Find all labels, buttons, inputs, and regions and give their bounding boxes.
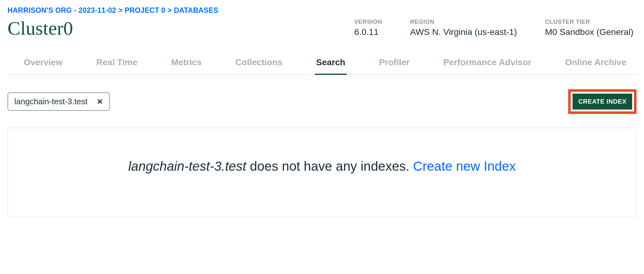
empty-collection-name: langchain-test-3.test (128, 159, 246, 174)
meta-tier-value: M0 Sandbox (General) (545, 27, 633, 37)
tab-bar: Overview Real Time Metrics Collections S… (7, 57, 637, 75)
empty-message-text: does not have any indexes. (246, 159, 413, 174)
create-index-button[interactable]: CREATE INDEX (573, 94, 632, 110)
breadcrumb-project[interactable]: PROJECT 0 (125, 6, 166, 14)
tab-profiler[interactable]: Profiler (378, 57, 411, 75)
breadcrumb-org[interactable]: HARRISON'S ORG - 2023-11-02 (7, 6, 116, 14)
create-index-highlight: CREATE INDEX (568, 89, 637, 114)
tab-performance-advisor[interactable]: Performance Advisor (442, 57, 533, 75)
tab-collections[interactable]: Collections (234, 57, 284, 75)
action-row: langchain-test-3.test ✕ CREATE INDEX (7, 89, 637, 114)
tab-online-archive[interactable]: Online Archive (564, 57, 628, 75)
collection-filter-chip[interactable]: langchain-test-3.test ✕ (7, 92, 110, 111)
breadcrumb: HARRISON'S ORG - 2023-11-02 > PROJECT 0 … (7, 6, 637, 15)
collection-filter-label: langchain-test-3.test (14, 97, 87, 106)
meta-region: REGION AWS N. Virginia (us-east-1) (410, 18, 517, 37)
meta-tier-label: CLUSTER TIER (545, 18, 633, 25)
cluster-meta: VERSION 6.0.11 REGION AWS N. Virginia (u… (354, 17, 637, 37)
breadcrumb-section[interactable]: DATABASES (174, 6, 218, 14)
chevron-right-icon: > (168, 6, 172, 14)
tab-metrics[interactable]: Metrics (170, 57, 203, 75)
empty-state-message: langchain-test-3.test does not have any … (119, 156, 525, 176)
chevron-right-icon: > (118, 6, 123, 14)
meta-version-label: VERSION (354, 18, 382, 25)
cluster-header: Cluster0 VERSION 6.0.11 REGION AWS N. Vi… (7, 17, 637, 39)
meta-version-value: 6.0.11 (354, 27, 382, 37)
meta-version: VERSION 6.0.11 (354, 18, 382, 37)
tab-realtime[interactable]: Real Time (95, 57, 139, 75)
tab-overview[interactable]: Overview (22, 57, 64, 75)
create-new-index-link[interactable]: Create new Index (413, 159, 516, 174)
meta-region-label: REGION (410, 18, 517, 25)
tab-search[interactable]: Search (315, 57, 346, 75)
close-icon[interactable]: ✕ (97, 97, 103, 106)
meta-tier: CLUSTER TIER M0 Sandbox (General) (545, 18, 633, 37)
cluster-title: Cluster0 (7, 17, 73, 39)
empty-state-card: langchain-test-3.test does not have any … (7, 128, 637, 217)
meta-region-value: AWS N. Virginia (us-east-1) (410, 27, 517, 37)
